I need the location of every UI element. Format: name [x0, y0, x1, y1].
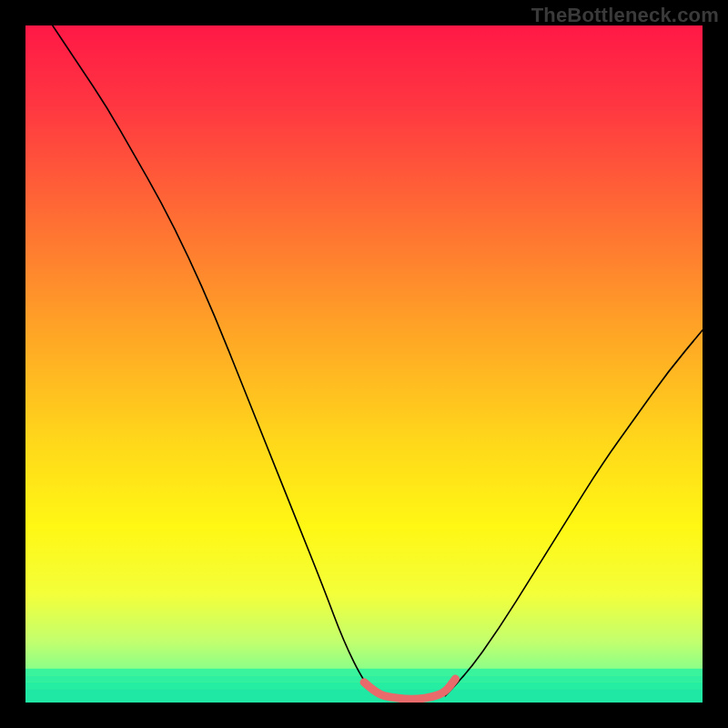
plot-area: [25, 25, 703, 703]
bottleneck-right-curve: [445, 330, 703, 696]
bottleneck-left-curve: [53, 25, 378, 696]
chart-frame: TheBottleneck.com: [0, 0, 728, 728]
bottom-highlight-segment: [364, 679, 455, 699]
chart-curves-layer: [25, 25, 703, 703]
watermark-text: TheBottleneck.com: [531, 4, 719, 27]
